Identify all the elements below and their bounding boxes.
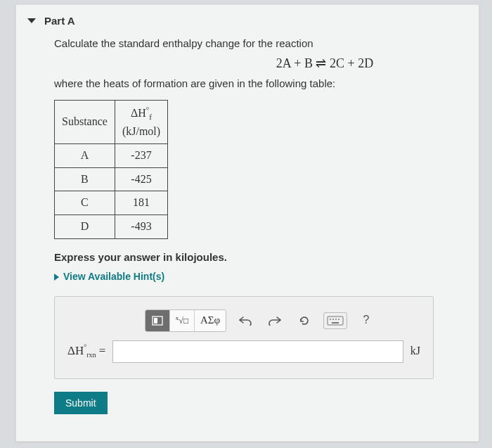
answer-unit: kJ [410, 343, 420, 360]
answer-lhs: ΔH°rxn = [67, 342, 105, 361]
help-button[interactable]: ? [356, 310, 377, 331]
svg-rect-1 [154, 318, 157, 324]
answer-instruction: Express your answer in kilojoules. [54, 249, 455, 265]
reaction-equation: 2A + B ⇌ 2C + 2D [195, 54, 455, 74]
table-row: A-237 [55, 143, 168, 167]
table-row: C181 [55, 191, 168, 215]
part-label: Part A [44, 15, 75, 27]
svg-point-3 [330, 319, 331, 320]
col-hf: ΔH°f (kJ/mol) [115, 101, 167, 143]
prompt-line2: where the heats of formation are given i… [54, 75, 455, 91]
svg-point-4 [332, 319, 334, 320]
col-substance: Substance [55, 101, 115, 143]
answer-input[interactable] [112, 340, 403, 363]
collapse-icon[interactable] [27, 18, 36, 23]
hints-label: View Available Hint(s) [63, 269, 164, 285]
svg-point-5 [335, 319, 337, 320]
undo-button[interactable] [235, 310, 256, 331]
answer-panel: x√□ ΑΣφ ? ΔH°rxn = [54, 296, 434, 379]
table-row: D-493 [55, 215, 168, 239]
submit-button[interactable]: Submit [54, 392, 108, 414]
template-button[interactable] [145, 310, 170, 331]
equation-toolbar: x√□ ΑΣφ ? [145, 309, 420, 332]
greek-button[interactable]: ΑΣφ [195, 310, 226, 331]
keyboard-button[interactable] [323, 312, 347, 329]
svg-point-6 [338, 319, 339, 320]
svg-rect-2 [328, 316, 343, 325]
table-row: B-425 [55, 167, 168, 191]
svg-rect-7 [332, 322, 339, 324]
formation-table: Substance ΔH°f (kJ/mol) A-237 B-425 C181… [54, 100, 168, 239]
reset-button[interactable] [294, 310, 315, 331]
nth-root-button[interactable]: x√□ [170, 310, 195, 331]
view-hints-button[interactable]: View Available Hint(s) [54, 269, 455, 285]
redo-button[interactable] [264, 310, 285, 331]
chevron-right-icon [54, 274, 59, 281]
prompt-line1: Calculate the standard enthalpy change f… [54, 35, 455, 51]
